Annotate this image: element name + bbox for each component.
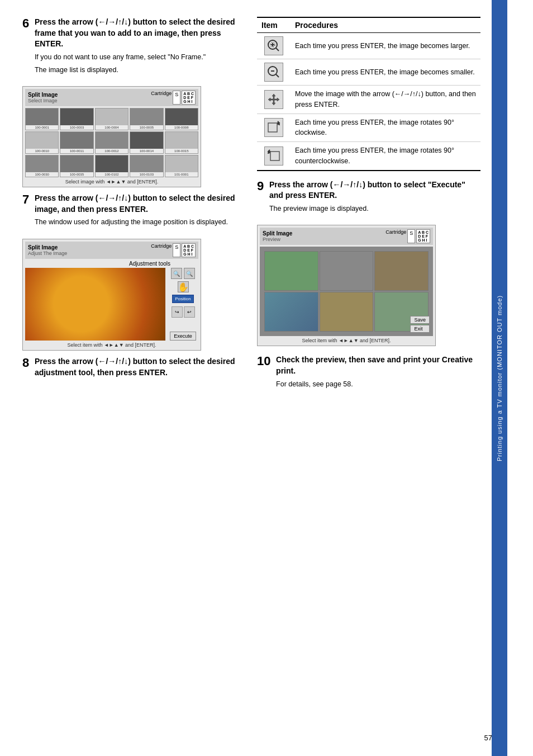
- svg-line-7: [276, 74, 279, 77]
- thumb-img-3: [96, 108, 128, 125]
- step-10-number: 10: [257, 355, 270, 368]
- move-icon-box: [264, 90, 283, 109]
- thumb-img-9: [130, 132, 163, 149]
- thumb-15: 101-0001: [165, 155, 198, 177]
- preview-cell-2: [320, 251, 374, 291]
- thumb-9: 100-0014: [130, 131, 163, 154]
- adj-zoom-out-btn[interactable]: 🔍: [184, 268, 195, 279]
- step-10-title: Check the preview, then save and print y…: [276, 355, 479, 376]
- step-6-sub2: The image list is displayed.: [35, 65, 238, 75]
- step-10-text: Check the preview, then save and print y…: [276, 355, 479, 389]
- sidebar-label: Printing using a TV monitor (MONITOR OUT…: [496, 295, 503, 461]
- adj-zoom-row: 🔍 🔍: [171, 268, 195, 279]
- preview-cell-4: [264, 292, 318, 332]
- preview-cartridge-icon: S: [407, 229, 415, 243]
- preview-subtitle: Preview: [263, 237, 292, 242]
- thumb-img-4: [130, 108, 163, 125]
- rotate-ccw-icon: [266, 148, 282, 164]
- thumb-4: 100-0005: [130, 108, 163, 130]
- preview-cartridge-label: Cartridge: [386, 229, 406, 243]
- step-9-title: Press the arrow (←/→/↑/↓) button to sele…: [269, 179, 473, 201]
- icon-cell-move: [257, 86, 291, 114]
- right-column: Item Procedures: [257, 17, 480, 400]
- step-9: 9 Press the arrow (←/→/↑/↓) button to se…: [257, 179, 480, 214]
- svg-rect-9: [270, 152, 279, 160]
- preview-exit-btn[interactable]: Exit: [410, 325, 430, 333]
- camera-header-1: Split Image Select Image Cartridge S A B…: [25, 89, 198, 106]
- adj-rotate-cw-btn[interactable]: ↪: [172, 306, 183, 318]
- thumb-label-11: 100-0030: [26, 172, 58, 177]
- thumb-label-6: 100-0010: [26, 149, 58, 153]
- adj-execute-btn[interactable]: Execute: [170, 332, 196, 341]
- proc-text-zoom-out: Each time you press ENTER, the image bec…: [291, 59, 480, 86]
- camera-header-icons: Cartridge S A B CD E FG H I: [151, 91, 196, 105]
- table-body: Each time you press ENTER, the image bec…: [257, 33, 480, 171]
- thumb-label-4: 100-0005: [130, 125, 163, 130]
- adj-move-btn[interactable]: ✋: [178, 281, 189, 292]
- thumb-label-7: 100-0011: [60, 149, 93, 153]
- thumb-label-9: 100-0014: [130, 149, 163, 153]
- step-7-sub: The window used for adjusting the image …: [35, 217, 238, 228]
- table-row-rotate-ccw: Each time you press ENTER, the image rot…: [257, 142, 480, 171]
- svg-line-3: [276, 48, 279, 51]
- thumb-5: 100-0008: [165, 108, 198, 130]
- thumb-img-1: [26, 108, 58, 125]
- preview-title-block: Split Image Preview: [263, 230, 292, 242]
- camera-header-2: Split Image Adjust The Image Cartridge S…: [25, 242, 198, 259]
- preview-abc-grid: A B CD E FG H I: [416, 229, 430, 243]
- cartridge-label: Cartridge: [151, 91, 172, 105]
- camera-title-block: Split Image Select Image: [28, 92, 58, 103]
- proc-text-rotate-cw: Each time you press ENTER, the image rot…: [291, 114, 480, 142]
- camera-title-2: Split Image: [28, 244, 67, 251]
- thumb-7: 100-0011: [60, 131, 93, 154]
- adj-rotate-ccw-btn[interactable]: ↩: [184, 306, 195, 318]
- thumb-img-10: [165, 132, 198, 149]
- thumb-img-5: [165, 108, 198, 125]
- preview-header: Split Image Preview Cartridge S A B CD E…: [260, 228, 433, 245]
- camera-footer-2: Select item with ◄►▲▼ and [ENTER].: [25, 342, 198, 348]
- preview-cell-1: [264, 251, 318, 291]
- arrow-symbol: ←/→/↑/↓: [98, 17, 128, 26]
- preview-title: Split Image: [263, 230, 292, 237]
- thumb-label-5: 100-0008: [165, 125, 198, 130]
- table-row-zoom-in: Each time you press ENTER, the image bec…: [257, 33, 480, 59]
- thumb-label-1: 100-0001: [26, 125, 58, 130]
- icon-cell-zoom-in: [257, 33, 291, 59]
- camera-ui-select-image: Split Image Select Image Cartridge S A B…: [22, 86, 201, 187]
- thumb-label-14: 100-0103: [130, 172, 163, 177]
- thumb-8: 100-0012: [95, 131, 129, 154]
- thumb-img-14: [130, 155, 163, 172]
- adj-zoom-in-btn[interactable]: 🔍: [171, 268, 182, 279]
- abc-grid-icon-2: A B CD E FG H I: [182, 243, 196, 257]
- step-8-title: Press the arrow (←/→/↑/↓) button to sele…: [35, 356, 238, 378]
- adj-tools-label: Adjustment tools: [25, 261, 198, 267]
- main-content: 6 Press the arrow (←/→/↑/↓) button to se…: [0, 0, 492, 756]
- rotate-ccw-icon-box: [264, 147, 283, 166]
- icon-cell-rotate-cw: [257, 114, 291, 142]
- step-6-number: 6: [22, 17, 29, 30]
- camera-title: Split Image: [28, 92, 58, 98]
- rotate-cw-icon-box: [264, 118, 283, 137]
- preview-photo-area: Save Exit: [260, 247, 433, 336]
- icon-cell-rotate-ccw: [257, 142, 291, 171]
- step-7-title: Press the arrow (←/→/↑/↓) button to sele…: [35, 193, 238, 215]
- preview-save-exit-btns: Save Exit: [410, 316, 430, 333]
- thumb-img-2: [60, 108, 93, 125]
- table-row-rotate-cw: Each time you press ENTER, the image rot…: [257, 114, 480, 142]
- adjustment-ui: Split Image Adjust The Image Cartridge S…: [22, 239, 201, 351]
- thumb-label-10: 100-0015: [165, 149, 198, 153]
- step-7: 7 Press the arrow (←/→/↑/↓) button to se…: [22, 193, 246, 228]
- thumb-6: 100-0010: [25, 131, 59, 154]
- thumb-label-13: 100-0102: [96, 172, 128, 177]
- camera-subtitle: Select Image: [28, 98, 58, 103]
- thumb-label-3: 100-0004: [96, 125, 128, 130]
- step-6: 6 Press the arrow (←/→/↑/↓) button to se…: [22, 17, 246, 75]
- thumb-label-2: 100-0003: [60, 125, 93, 130]
- thumb-13: 100-0102: [95, 155, 129, 177]
- preview-save-btn[interactable]: Save: [410, 316, 430, 324]
- adj-position-btn[interactable]: Position: [172, 295, 193, 303]
- zoom-out-icon-box: [264, 63, 283, 82]
- move-icon: [266, 92, 282, 107]
- thumb-10: 100-0015: [165, 131, 198, 154]
- camera-footer-1: Select image with ◄►▲▼ and [ENTER].: [25, 179, 198, 185]
